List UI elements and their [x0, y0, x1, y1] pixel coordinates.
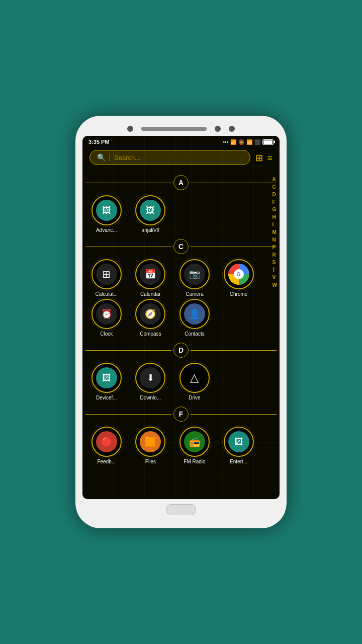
- bluetooth-icon: 📶: [230, 139, 236, 145]
- section-c-grid: ⊞ Calculat... 📅 Calendar 📷: [85, 257, 277, 339]
- more-icon: •••: [223, 139, 228, 145]
- search-bar[interactable]: 🔍 Search...: [89, 150, 250, 165]
- app-icon-ring-devicef: 🖼: [92, 363, 122, 393]
- app-icon-ring-files: 🟧: [135, 427, 165, 457]
- alpha-v[interactable]: V: [271, 274, 279, 281]
- alpha-c[interactable]: C: [271, 184, 279, 190]
- alpha-i[interactable]: I: [271, 221, 279, 228]
- alpha-a[interactable]: A: [271, 176, 279, 183]
- alpha-p[interactable]: P: [271, 244, 279, 251]
- app-icon-ring-fm: 📻: [179, 427, 210, 457]
- app-icon-entertainment: 🖼: [228, 431, 249, 452]
- app-icon-ring-advanced: 🖼: [92, 195, 122, 225]
- app-contacts[interactable]: 👤 Contacts: [173, 299, 216, 337]
- dot-right-1: [215, 126, 221, 132]
- battery-fill: [263, 140, 273, 144]
- app-calendar[interactable]: 📅 Calendar: [130, 259, 172, 297]
- app-chrome[interactable]: G Chrome: [218, 259, 260, 297]
- app-label-clock: Clock: [100, 331, 113, 337]
- app-icon-ring-chrome: G: [224, 259, 254, 289]
- app-label-calendar: Calendar: [140, 291, 161, 297]
- app-drive[interactable]: △ Drive: [173, 363, 216, 400]
- app-calculator[interactable]: ⊞ Calculat...: [85, 259, 128, 297]
- app-icon-ring-downloads: ⬇: [135, 363, 165, 393]
- app-icon-ring-anjali: 🖼: [135, 195, 165, 225]
- app-label-drive: Drive: [189, 395, 200, 400]
- app-label-devicef: Devicef...: [96, 395, 117, 400]
- app-advanced[interactable]: 🖼 Advanc...: [85, 195, 128, 233]
- app-icon-advanced: 🖼: [96, 200, 117, 221]
- app-clock[interactable]: ⏰ Clock: [85, 299, 128, 337]
- app-label-contacts: Contacts: [185, 331, 204, 337]
- alpha-r[interactable]: R: [271, 252, 279, 258]
- screen-icon: ⬛: [254, 139, 260, 145]
- app-icon-devicef: 🖼: [96, 367, 117, 388]
- app-label-entertainment: Entert...: [230, 459, 247, 464]
- app-downloads[interactable]: ⬇ Downlo...: [130, 363, 172, 400]
- app-entertainment[interactable]: 🖼 Entert...: [218, 427, 260, 464]
- app-icon-anjali: 🖼: [140, 200, 161, 221]
- phone-frame: 3:35 PM ••• 📶 🔕 📶 ⬛ 🔍 Search...: [75, 116, 287, 528]
- alpha-sidebar: A C D F G H I M N P R S T V W: [271, 176, 279, 288]
- alpha-f[interactable]: F: [271, 199, 279, 205]
- mute-icon: 🔕: [238, 139, 244, 145]
- phone-screen: 3:35 PM ••• 📶 🔕 📶 ⬛ 🔍 Search...: [82, 136, 280, 499]
- alpha-m[interactable]: M: [271, 229, 279, 235]
- app-files[interactable]: 🟧 Files: [130, 427, 172, 464]
- divider-line-d-left: [85, 350, 171, 351]
- section-d-grid: 🖼 Devicef... ⬇ Downlo... △: [85, 361, 277, 403]
- header-row: 🔍 Search... ⊞ ≡: [82, 147, 280, 171]
- app-icon-drive: △: [184, 367, 205, 388]
- app-devicef[interactable]: 🖼 Devicef...: [85, 363, 128, 400]
- app-icon-ring-drive: △: [179, 363, 210, 393]
- section-letter-d: D: [173, 343, 189, 358]
- app-feedback[interactable]: 🔴 Feedb...: [85, 427, 128, 464]
- battery-icon: [262, 139, 274, 145]
- wifi-icon: 📶: [246, 139, 252, 145]
- alpha-t[interactable]: T: [271, 267, 279, 273]
- divider-line-f-left: [85, 414, 171, 415]
- app-icon-clock: ⏰: [96, 303, 117, 325]
- alpha-h[interactable]: H: [271, 214, 279, 220]
- screen-content: 3:35 PM ••• 📶 🔕 📶 ⬛ 🔍 Search...: [82, 136, 280, 499]
- app-icon-calendar: 📅: [140, 264, 161, 285]
- app-compass[interactable]: 🧭 Compass: [130, 299, 172, 337]
- phone-bottom: [166, 499, 196, 518]
- alpha-g[interactable]: G: [271, 206, 279, 213]
- phone-top-hardware: [82, 126, 280, 132]
- app-icon-ring-calculator: ⊞: [92, 259, 122, 289]
- app-icon-files: 🟧: [140, 431, 161, 452]
- app-icon-ring-calendar: 📅: [135, 259, 165, 289]
- section-divider-d: D: [85, 343, 277, 358]
- app-label-camera: Camera: [186, 291, 204, 297]
- alpha-d[interactable]: D: [271, 191, 279, 198]
- divider-line-left: [85, 183, 171, 183]
- app-anjali[interactable]: 🖼 anjaliVII: [130, 195, 172, 233]
- status-time: 3:35 PM: [88, 139, 110, 145]
- status-icons: ••• 📶 🔕 📶 ⬛: [223, 139, 274, 145]
- divider-line-right: [191, 183, 277, 183]
- section-divider-f: F: [85, 407, 277, 422]
- search-placeholder[interactable]: Search...: [114, 154, 243, 162]
- alpha-s[interactable]: S: [271, 259, 279, 266]
- app-camera[interactable]: 📷 Camera: [173, 259, 216, 297]
- app-label-fm: FM Radio: [184, 459, 205, 464]
- grid-view-icon[interactable]: ⊞: [255, 152, 263, 164]
- app-label-downloads: Downlo...: [140, 395, 161, 400]
- app-icon-chrome: G: [228, 264, 249, 285]
- search-icon: 🔍: [97, 153, 106, 162]
- app-label-files: Files: [145, 459, 156, 464]
- alpha-w[interactable]: W: [271, 282, 279, 288]
- app-icon-feedback: 🔴: [96, 431, 117, 452]
- app-fm-radio[interactable]: 📻 FM Radio: [173, 427, 216, 464]
- app-icon-ring-compass: 🧭: [135, 299, 165, 329]
- section-letter-a: A: [173, 175, 189, 190]
- divider-line-c-left: [85, 247, 171, 247]
- app-label-calculator: Calculat...: [96, 291, 118, 297]
- divider-line-f-right: [191, 414, 277, 415]
- home-button[interactable]: [166, 504, 196, 515]
- alpha-n[interactable]: N: [271, 236, 279, 243]
- app-icon-contacts: 👤: [184, 303, 205, 325]
- app-icon-fm: 📻: [184, 431, 205, 452]
- menu-icon[interactable]: ≡: [267, 153, 273, 164]
